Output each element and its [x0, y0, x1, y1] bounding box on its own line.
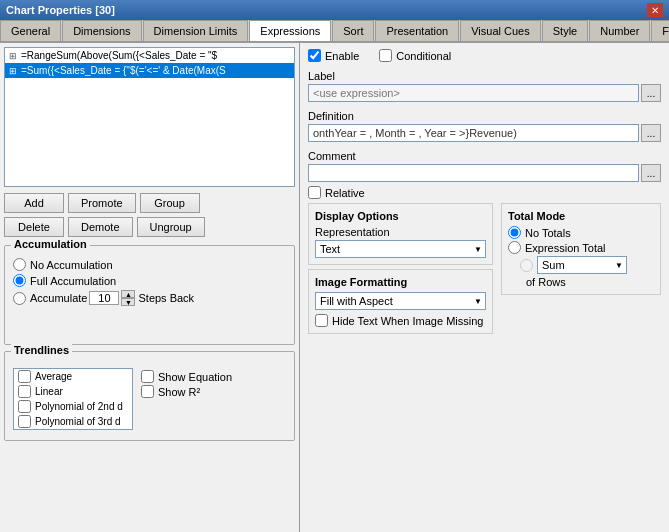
image-formatting-section: Image Formatting Fill with Aspect Fill F… [308, 269, 493, 334]
label-field-section: Label ... [308, 66, 661, 102]
full-accumulation-row: Full Accumulation [13, 274, 286, 287]
enable-label: Enable [308, 49, 359, 62]
no-accumulation-row: No Accumulation [13, 258, 286, 271]
show-equation-row: Show Equation [141, 370, 232, 383]
sum-select[interactable]: Sum [537, 256, 627, 274]
trend-poly2-label: Polynomial of 2nd d [35, 401, 123, 412]
accumulate-label: Accumulate [30, 292, 87, 304]
trend-average: Average [14, 369, 132, 384]
accumulate-steps-row: Accumulate ▲ ▼ Steps Back [13, 290, 286, 306]
of-rows: of Rows [508, 276, 654, 288]
relative-row: Relative [308, 186, 661, 199]
tab-visual-cues[interactable]: Visual Cues [460, 20, 541, 41]
steps-down-button[interactable]: ▼ [121, 298, 135, 306]
no-totals-radio[interactable] [508, 226, 521, 239]
steps-input[interactable] [89, 291, 119, 305]
tab-sort[interactable]: Sort [332, 20, 374, 41]
trendlines-list: Average Linear Polynomial of 2nd d Polyn… [13, 368, 133, 430]
expression-item-2[interactable]: ⊞ =Sum({<Sales_Date = {"$(='<=' & Date(M… [5, 63, 294, 78]
label-input[interactable] [308, 84, 639, 102]
expression-list[interactable]: ⊞ =RangeSum(Above(Sum({<Sales_Date = "$ … [4, 47, 295, 187]
two-col-section: Display Options Representation Bar Line … [308, 203, 661, 334]
accumulate-radio[interactable] [13, 292, 26, 305]
expr-text-1: =RangeSum(Above(Sum({<Sales_Date = "$ [21, 50, 217, 61]
demote-button[interactable]: Demote [68, 217, 133, 237]
expression-total-label: Expression Total [525, 242, 606, 254]
top-buttons-row: Add Promote Group [0, 191, 299, 215]
expr-text-2: =Sum({<Sales_Date = {"$(='<=' & Date(Max… [21, 65, 226, 76]
promote-button[interactable]: Promote [68, 193, 136, 213]
steps-label: Steps Back [138, 292, 194, 304]
close-button[interactable]: ✕ [647, 3, 663, 17]
show-r2-label: Show R² [158, 386, 200, 398]
expression-total-row: Expression Total [508, 241, 654, 254]
show-options: Show Equation Show R² [141, 368, 232, 430]
accumulation-section: Accumulation No Accumulation Full Accumu… [4, 245, 295, 345]
relative-checkbox[interactable] [308, 186, 321, 199]
trend-average-label: Average [35, 371, 72, 382]
definition-field-section: Definition ... [308, 106, 661, 142]
definition-ellipsis-button[interactable]: ... [641, 124, 661, 142]
hide-text-checkbox[interactable] [315, 314, 328, 327]
tab-expressions[interactable]: Expressions [249, 20, 331, 43]
tab-number[interactable]: Number [589, 20, 650, 41]
display-options-title: Display Options [315, 210, 486, 222]
fill-select[interactable]: Fill with Aspect Fill Fit Stretch [315, 292, 486, 310]
ungroup-button[interactable]: Ungroup [137, 217, 205, 237]
representation-select[interactable]: Bar Line Symbol Text Gauge Mini Chart [315, 240, 486, 258]
enable-checkbox[interactable] [308, 49, 321, 62]
tab-font[interactable]: Font [651, 20, 669, 41]
comment-input[interactable] [308, 164, 639, 182]
expression-total-radio[interactable] [508, 241, 521, 254]
total-mode-title: Total Mode [508, 210, 654, 222]
tab-dimensions[interactable]: Dimensions [62, 20, 141, 41]
conditional-checkbox[interactable] [379, 49, 392, 62]
trend-poly3-label: Polynomial of 3rd d [35, 416, 121, 427]
show-r2-checkbox[interactable] [141, 385, 154, 398]
definition-input-wrapper: ... [308, 124, 661, 142]
sum-row: Sum [508, 256, 654, 274]
group-button[interactable]: Group [140, 193, 200, 213]
accumulation-title: Accumulation [11, 238, 90, 250]
display-options-col: Display Options Representation Bar Line … [308, 203, 493, 334]
image-formatting-title: Image Formatting [315, 276, 486, 288]
label-input-wrapper: ... [308, 84, 661, 102]
display-options-section: Display Options Representation Bar Line … [308, 203, 493, 265]
sum-select-wrapper: Sum [537, 256, 627, 274]
comment-field-label: Comment [308, 150, 661, 162]
show-r2-row: Show R² [141, 385, 232, 398]
delete-button[interactable]: Delete [4, 217, 64, 237]
tab-dimension-limits[interactable]: Dimension Limits [143, 20, 249, 41]
hide-text-label: Hide Text When Image Missing [332, 315, 483, 327]
sum-radio[interactable] [520, 259, 533, 272]
title-bar: Chart Properties [30] ✕ [0, 0, 669, 20]
add-button[interactable]: Add [4, 193, 64, 213]
trend-linear-checkbox[interactable] [18, 385, 31, 398]
representation-select-wrapper: Bar Line Symbol Text Gauge Mini Chart [315, 240, 486, 258]
definition-input[interactable] [308, 124, 639, 142]
trend-poly3: Polynomial of 3rd d [14, 414, 132, 429]
full-accumulation-radio[interactable] [13, 274, 26, 287]
no-accumulation-radio[interactable] [13, 258, 26, 271]
expand-icon-1: ⊞ [9, 51, 17, 61]
definition-field-label: Definition [308, 110, 661, 122]
trend-poly3-checkbox[interactable] [18, 415, 31, 428]
comment-ellipsis-button[interactable]: ... [641, 164, 661, 182]
trendlines-title: Trendlines [11, 344, 72, 356]
trend-poly2-checkbox[interactable] [18, 400, 31, 413]
show-equation-checkbox[interactable] [141, 370, 154, 383]
tab-presentation[interactable]: Presentation [375, 20, 459, 41]
tab-style[interactable]: Style [542, 20, 588, 41]
trend-average-checkbox[interactable] [18, 370, 31, 383]
expression-item-1[interactable]: ⊞ =RangeSum(Above(Sum({<Sales_Date = "$ [5, 48, 294, 63]
trendlines-section: Trendlines Average Linear Polynomial of … [4, 351, 295, 441]
tab-general[interactable]: General [0, 20, 61, 41]
no-totals-row: No Totals [508, 226, 654, 239]
steps-up-button[interactable]: ▲ [121, 290, 135, 298]
no-totals-label: No Totals [525, 227, 571, 239]
relative-label: Relative [325, 187, 365, 199]
trend-linear-label: Linear [35, 386, 63, 397]
label-ellipsis-button[interactable]: ... [641, 84, 661, 102]
total-mode-col: Total Mode No Totals Expression Total [501, 203, 661, 334]
right-panel: Enable Conditional Label ... Definition … [300, 43, 669, 532]
